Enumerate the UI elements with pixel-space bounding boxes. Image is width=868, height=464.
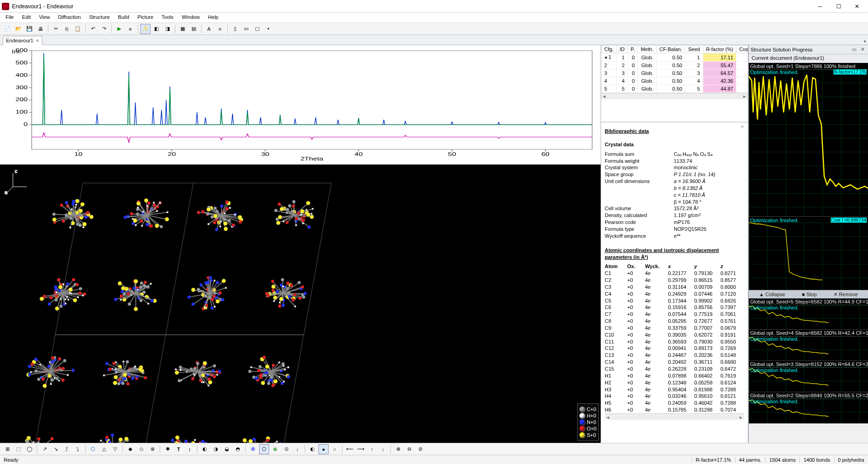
t2-d[interactable]: ↗ bbox=[40, 444, 50, 454]
cut-icon[interactable]: ✂ bbox=[51, 24, 61, 34]
t2-h[interactable]: △ bbox=[99, 444, 109, 454]
side-buttons[interactable]: ▭ ✕ bbox=[852, 46, 866, 52]
undo-icon[interactable]: ↶ bbox=[88, 24, 98, 34]
menu-build[interactable]: Build bbox=[114, 13, 133, 23]
play-icon[interactable]: ▶ bbox=[114, 24, 124, 34]
t2-3[interactable]: ↑ bbox=[367, 444, 377, 454]
save-all-icon[interactable]: 🖶 bbox=[35, 24, 46, 34]
cfg-row[interactable]: 330Glob.0.50364.57 bbox=[602, 69, 748, 77]
svg-point-352 bbox=[301, 219, 304, 222]
stop-button[interactable]: ■ Stop bbox=[802, 292, 816, 297]
t2-g[interactable]: ⤵ bbox=[73, 444, 83, 454]
hex-icon[interactable]: ⬡ bbox=[88, 444, 98, 454]
menu-window[interactable]: Window bbox=[178, 13, 203, 23]
close-button[interactable]: ✕ bbox=[848, 0, 866, 13]
opt-run-6[interactable]: Global opt. Seed=2 Steps=8848 100% R=55.… bbox=[749, 392, 868, 424]
cfg-row[interactable]: 550Glob.0.50544.87 bbox=[602, 85, 748, 93]
t2-u[interactable]: ◉ bbox=[270, 444, 280, 454]
t2-q[interactable]: ◒ bbox=[222, 444, 232, 454]
cfg-row[interactable]: 220Glob.0.50255.47 bbox=[602, 62, 748, 69]
opt-run-4[interactable]: Global opt. Seed=4 Steps=8582 100% R=42.… bbox=[749, 330, 868, 361]
opt-run-5[interactable]: Global opt. Seed=3 Steps=8152 100% R=64.… bbox=[749, 361, 868, 392]
minimize-button[interactable]: ─ bbox=[811, 0, 829, 13]
dropdown-icon[interactable]: ▾ bbox=[263, 24, 273, 34]
menu-view[interactable]: View bbox=[35, 13, 54, 23]
panel3-icon[interactable]: ▢ bbox=[252, 24, 262, 34]
t2-s[interactable]: ⬢ bbox=[248, 444, 258, 454]
config-table[interactable]: Cfg.IDP.Meth.CF-Balan.SeedR-factor (%)Co… bbox=[601, 45, 748, 93]
svg-point-428 bbox=[43, 295, 46, 298]
paste-icon[interactable]: 📋 bbox=[73, 24, 83, 34]
menu-edit[interactable]: Edit bbox=[18, 13, 35, 23]
structure-view[interactable]: c a C+0H+0N+0O+0S+0 bbox=[0, 165, 601, 443]
stop-icon[interactable]: ■ bbox=[125, 24, 135, 34]
t2-1[interactable]: ⟵ bbox=[345, 444, 355, 454]
wizard-icon[interactable]: ✨ bbox=[140, 24, 150, 34]
t2-j[interactable]: ◆ bbox=[125, 444, 135, 454]
diffraction-chart[interactable]: 0100200300400500600102030405060Int.2Thet… bbox=[0, 45, 601, 165]
t2-k[interactable]: ◇ bbox=[136, 444, 146, 454]
panel1-icon[interactable]: ▯ bbox=[230, 24, 240, 34]
collapse-icon[interactable]: ⌃ bbox=[740, 124, 745, 133]
menu-help[interactable]: Help bbox=[204, 13, 222, 23]
cfg-row[interactable]: 440Glob.0.50442.36 bbox=[602, 77, 748, 85]
menu-tools[interactable]: Tools bbox=[158, 13, 177, 23]
t2-x[interactable]: ◐ bbox=[307, 444, 318, 454]
menu-diffraction[interactable]: Diffraction bbox=[54, 13, 84, 23]
t2-z[interactable]: ○ bbox=[330, 444, 340, 454]
t2-a[interactable]: ⊞ bbox=[2, 444, 12, 454]
grid2-icon[interactable]: ▤ bbox=[189, 24, 199, 34]
t2-4[interactable]: ↓ bbox=[378, 444, 388, 454]
panel2-icon[interactable]: ▭ bbox=[241, 24, 251, 34]
align-icon[interactable]: ≡ bbox=[215, 24, 225, 34]
scrollbar[interactable]: ◂▸ bbox=[601, 93, 748, 99]
svg-point-220 bbox=[239, 220, 242, 223]
t2-c[interactable]: ◯ bbox=[24, 444, 35, 454]
t2-i[interactable]: ▽ bbox=[110, 444, 120, 454]
grid-icon[interactable]: ▦ bbox=[178, 24, 188, 34]
t2-t[interactable]: ⬡ bbox=[259, 444, 269, 454]
redo-icon[interactable]: ↷ bbox=[99, 24, 109, 34]
open-icon[interactable]: 📂 bbox=[13, 24, 23, 34]
text-icon[interactable]: A bbox=[204, 24, 214, 34]
t2-7[interactable]: ⊘ bbox=[415, 444, 425, 454]
tab-close-icon[interactable]: × bbox=[36, 38, 39, 43]
t2-5[interactable]: ⊕ bbox=[393, 444, 403, 454]
t2-l[interactable]: ⊗ bbox=[147, 444, 157, 454]
t2-o[interactable]: ◐ bbox=[200, 444, 210, 454]
opt-run-1[interactable]: Global opt. Seed=1 Steps=7886 100% finis… bbox=[749, 63, 868, 217]
label-t-icon[interactable]: T bbox=[174, 444, 184, 454]
tab-overflow-icon[interactable]: ▾ bbox=[862, 38, 868, 45]
save-icon[interactable]: 💾 bbox=[24, 24, 35, 34]
t2-2[interactable]: ⟶ bbox=[356, 444, 366, 454]
t2-n[interactable]: ↕ bbox=[185, 444, 195, 454]
t2-6[interactable]: ⊖ bbox=[404, 444, 414, 454]
opt-run-1-cost[interactable]: Optimization finished. Cost f.=0.886734 bbox=[749, 217, 868, 290]
info-panel[interactable]: ⌃ Bibliographic data Crystal data Formul… bbox=[601, 122, 748, 443]
menu-picture[interactable]: Picture bbox=[134, 13, 157, 23]
new-icon[interactable]: 📄 bbox=[2, 24, 12, 34]
tool-a-icon[interactable]: ◧ bbox=[151, 24, 162, 34]
opt-run-3[interactable]: Global opt. Seed=5 Steps=8582 100% R=44.… bbox=[749, 298, 868, 330]
tool-b-icon[interactable]: ◨ bbox=[162, 24, 173, 34]
t2-v[interactable]: ⊙ bbox=[281, 444, 291, 454]
maximize-button[interactable]: ☐ bbox=[829, 0, 848, 13]
t2-y[interactable]: ● bbox=[318, 444, 329, 454]
t2-p[interactable]: ◑ bbox=[211, 444, 221, 454]
t2-r[interactable]: ◓ bbox=[233, 444, 243, 454]
t2-f[interactable]: ⤴ bbox=[62, 444, 72, 454]
side-controls[interactable]: ▲ Collapse ■ Stop ✕ Remove bbox=[749, 290, 868, 298]
menu-file[interactable]: File bbox=[2, 13, 17, 23]
remove-button[interactable]: ✕ Remove bbox=[833, 292, 858, 298]
tab-endeavour1[interactable]: Endeavour1 × bbox=[3, 36, 42, 45]
copy-icon[interactable]: ⎘ bbox=[62, 24, 72, 34]
t2-m[interactable]: ✱ bbox=[162, 444, 173, 454]
t2-e[interactable]: ↘ bbox=[51, 444, 61, 454]
cfg-row[interactable]: ◂ 110Glob.0.50117.11 bbox=[602, 53, 748, 62]
svg-point-728 bbox=[58, 357, 61, 361]
collapse-button[interactable]: ▲ Collapse bbox=[759, 292, 785, 297]
menu-structure[interactable]: Structure bbox=[86, 13, 114, 23]
scrollbar[interactable]: ◂▸ bbox=[605, 413, 744, 420]
t2-b[interactable]: ⬚ bbox=[13, 444, 23, 454]
t2-w[interactable]: ↓ bbox=[292, 444, 302, 454]
